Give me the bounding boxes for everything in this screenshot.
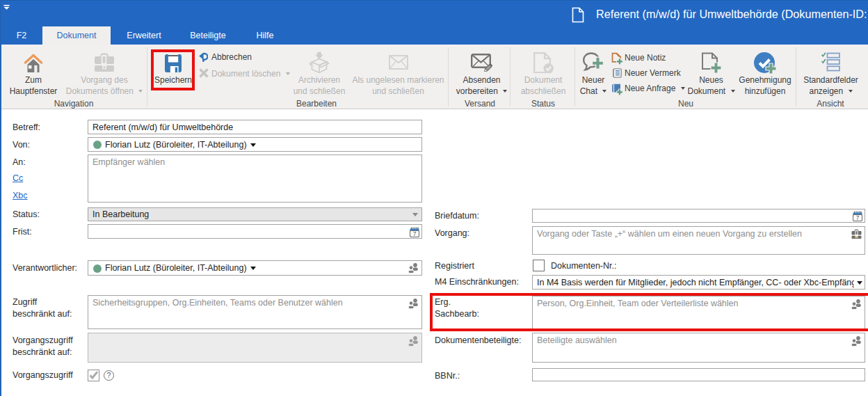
svg-text:7: 7 — [413, 230, 417, 237]
svg-text:7: 7 — [856, 214, 860, 221]
